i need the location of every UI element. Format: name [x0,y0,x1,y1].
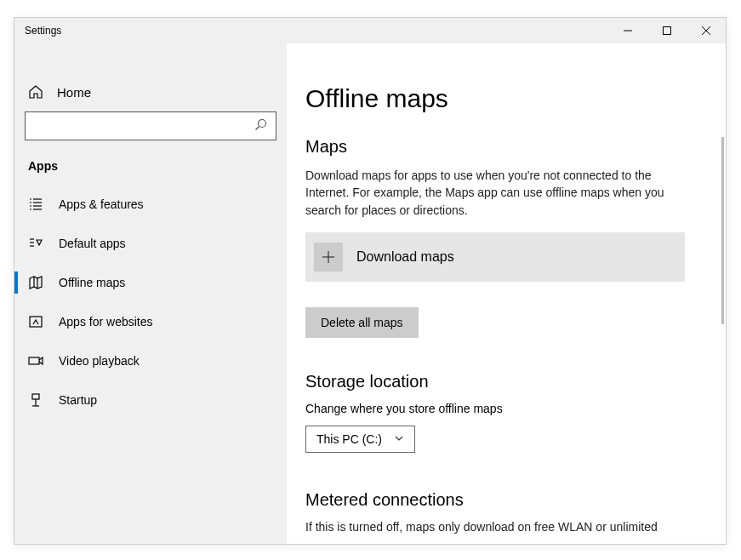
window-controls [608,18,726,43]
sidebar-home-label: Home [57,85,91,100]
section-maps-heading: Maps [305,137,700,157]
home-icon [28,84,43,100]
scrollbar[interactable] [721,137,724,324]
sidebar-item-startup[interactable]: Startup [25,380,276,420]
close-button[interactable] [687,18,726,43]
sidebar-item-apps-websites[interactable]: Apps for websites [25,302,276,341]
chevron-down-icon [394,432,404,446]
sidebar-item-default-apps[interactable]: Default apps [25,224,276,263]
svg-rect-20 [29,357,39,364]
default-icon [28,236,43,251]
sidebar-item-label: Offline maps [59,276,125,289]
svg-rect-21 [32,394,39,399]
search-input[interactable] [34,119,254,133]
storage-location-value: This PC (C:) [316,432,382,446]
map-icon [28,275,43,290]
titlebar: Settings [14,18,726,43]
download-maps-label: Download maps [356,249,454,265]
svg-rect-1 [664,27,671,35]
svg-line-5 [256,126,259,129]
page-title: Offline maps [305,84,700,113]
search-box[interactable] [25,111,276,140]
svg-point-4 [259,119,266,127]
section-metered-heading: Metered connections [305,490,700,510]
maps-description: Download maps for apps to use when you'r… [305,167,671,219]
sidebar-item-label: Apps & features [59,197,144,211]
startup-icon [28,392,43,408]
window-title: Settings [25,25,61,37]
sidebar-item-offline-maps[interactable]: Offline maps [25,263,276,302]
delete-all-maps-button[interactable]: Delete all maps [305,307,419,338]
main-content: Offline maps Maps Download maps for apps… [287,43,726,544]
section-storage-heading: Storage location [305,372,700,391]
download-maps-row[interactable]: Download maps [305,232,685,282]
sidebar-item-label: Startup [59,393,97,407]
storage-location-dropdown[interactable]: This PC (C:) [305,426,415,453]
maximize-button[interactable] [647,18,687,43]
sidebar-item-apps-features[interactable]: Apps & features [25,185,276,224]
website-icon [28,314,43,329]
list-icon [28,197,43,212]
search-icon [254,118,267,134]
metered-description: If this is turned off, maps only downloa… [305,520,671,534]
sidebar-item-label: Apps for websites [59,315,153,329]
plus-icon [314,243,343,271]
settings-window: Settings Home [14,17,727,545]
storage-description: Change where you store offline maps [305,402,700,415]
sidebar-home[interactable]: Home [25,77,276,111]
video-icon [28,353,43,369]
sidebar-item-label: Default apps [59,237,126,250]
svg-rect-19 [30,317,42,327]
sidebar: Home Apps [14,43,287,544]
window-body: Home Apps [14,43,726,544]
minimize-button[interactable] [608,18,647,43]
sidebar-section-label: Apps [25,159,276,185]
sidebar-item-label: Video playback [59,354,140,368]
sidebar-item-video-playback[interactable]: Video playback [25,341,276,380]
